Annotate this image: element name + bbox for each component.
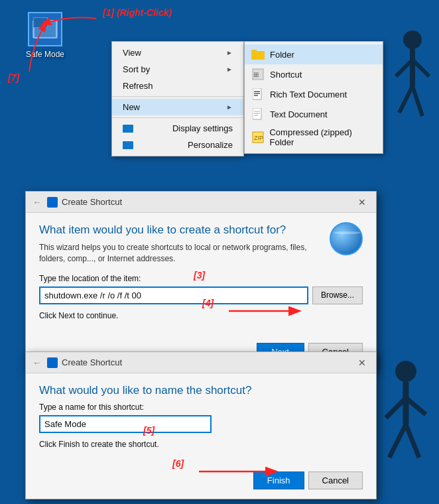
context-menu-item-display[interactable]: Display settings: [112, 120, 243, 137]
dialog-2-input-row: [39, 415, 363, 433]
svg-text:ZIP: ZIP: [254, 135, 263, 141]
submenu-item-txt[interactable]: Text Document: [245, 104, 383, 124]
dialog-2-field-label: Type a name for this shortcut:: [39, 403, 363, 412]
submenu-zip-label: Compressed (zipped) Folder: [269, 127, 376, 147]
svg-rect-19: [251, 50, 257, 53]
context-menu-item-sortby[interactable]: Sort by ►: [112, 61, 243, 78]
personalize-icon: [123, 141, 133, 149]
context-menu-sortby-label: Sort by: [123, 64, 150, 74]
dialog-1-description: This wizard helps you to create shortcut…: [39, 242, 363, 265]
context-menu-view-label: View: [123, 48, 141, 58]
submenu-arrow-new: ►: [226, 103, 233, 111]
dialog-1-hint: Click Next to continue.: [39, 311, 363, 320]
folder-icon: [251, 48, 265, 61]
submenu-folder-label: Folder: [270, 50, 294, 60]
context-menu-new-label: New: [123, 102, 140, 112]
svg-point-6: [395, 361, 416, 382]
submenu-rtf-label: Rich Text Document: [270, 90, 347, 99]
submenu-item-rtf[interactable]: Rich Text Document: [245, 84, 383, 104]
context-menu-display-label: Display settings: [172, 123, 233, 133]
dialog-2-back-button[interactable]: ←: [32, 357, 42, 368]
annotation-7: [7]: [8, 72, 19, 84]
dialog-2-hint: Click Finish to create the shortcut.: [39, 440, 363, 449]
svg-line-4: [399, 86, 412, 113]
submenu-item-shortcut[interactable]: ⊞ Shortcut: [245, 64, 383, 84]
svg-line-5: [412, 86, 422, 116]
context-menu-item-personalize[interactable]: Personalize: [112, 137, 243, 153]
zip-icon: ZIP: [251, 131, 264, 144]
annotation-4: [4]: [202, 297, 214, 309]
context-menu-item-view[interactable]: View ►: [112, 44, 243, 61]
context-menu-item-new[interactable]: New ►: [112, 99, 243, 115]
dialog-2-content: What would you like to name the shortcut…: [26, 373, 376, 466]
annotation-5: [5]: [143, 424, 155, 436]
dialog-1-title: Create Shortcut: [62, 197, 122, 207]
txt-icon: [251, 107, 265, 121]
annotation-1: [1] (Right-Click): [103, 7, 172, 19]
context-menu-separator-2: [112, 117, 243, 118]
submenu-item-zip[interactable]: ZIP Compressed (zipped) Folder: [245, 124, 383, 151]
submenu-new: Folder ⊞ Shortcut Rich Text Document Tex…: [244, 41, 383, 154]
rtf-icon: [251, 88, 265, 101]
dialog-2-heading: What would you like to name the shortcut…: [39, 384, 363, 397]
submenu-arrow-view: ►: [226, 49, 233, 56]
dialog-2-close-button[interactable]: ✕: [355, 355, 369, 370]
submenu-arrow-sortby: ►: [226, 66, 233, 73]
svg-point-0: [403, 31, 422, 49]
dialog-1-titlebar: ← Create Shortcut ✕: [26, 192, 376, 213]
svg-text:⊞: ⊞: [253, 71, 259, 78]
context-menu-refresh-label: Refresh: [123, 81, 153, 91]
submenu-item-folder[interactable]: Folder: [245, 44, 383, 64]
context-menu-separator-1: [112, 96, 243, 97]
dialog-2-title: Create Shortcut: [62, 357, 122, 367]
submenu-shortcut-label: Shortcut: [270, 70, 302, 80]
context-menu-personalize-label: Personalize: [188, 140, 233, 150]
dialog-1-close-button[interactable]: ✕: [355, 195, 369, 210]
context-menu: View ► Sort by ► Refresh New ► Display s…: [111, 41, 244, 157]
submenu-txt-label: Text Document: [270, 109, 328, 119]
display-settings-icon: [123, 125, 133, 133]
dialog-2-titlebar: ← Create Shortcut ✕: [26, 352, 376, 373]
dialog-2-name-input[interactable]: [39, 415, 212, 433]
dialog-1-browse-button[interactable]: Browse...: [312, 286, 363, 304]
dialog-2-title-icon: [47, 357, 58, 368]
annotation-6: [6]: [172, 458, 184, 470]
dialog-1-globe-icon: [330, 222, 363, 255]
dialog-1-heading: What item would you like to create a sho…: [39, 223, 363, 237]
svg-line-11: [406, 424, 419, 458]
dialog-1-back-button[interactable]: ←: [32, 197, 42, 208]
annotation-3: [3]: [194, 269, 205, 281]
context-menu-item-refresh[interactable]: Refresh: [112, 78, 243, 94]
dialog-1-title-icon: [47, 197, 58, 208]
dialog-2-cancel-button[interactable]: Cancel: [308, 472, 363, 489]
dialog-1-input-row: Browse...: [39, 286, 363, 304]
svg-line-10: [389, 424, 406, 458]
shortcut-icon: ⊞: [251, 68, 265, 81]
